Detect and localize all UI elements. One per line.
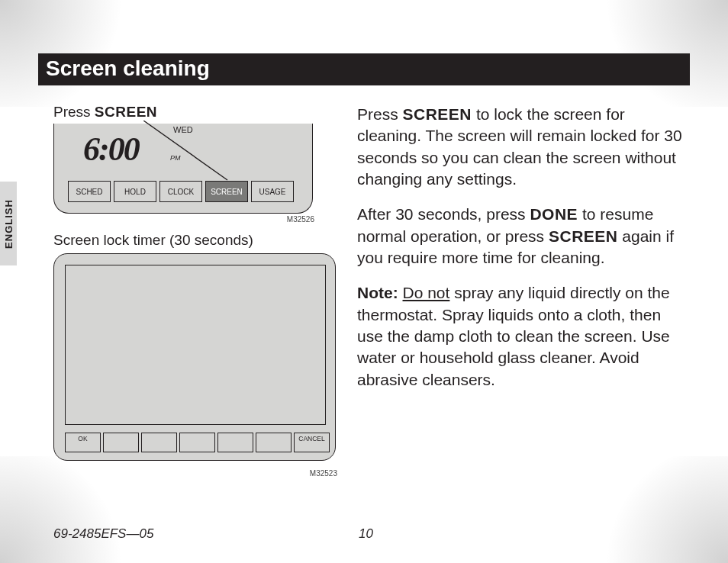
- text-bold: SCREEN: [403, 105, 472, 123]
- figure2-caption: Screen lock timer (30 seconds): [53, 232, 336, 249]
- text-bold: DONE: [530, 205, 578, 223]
- left-column: Press SCREEN WED 6:00 PM SCHED HOLD CLOC…: [38, 104, 336, 467]
- blank-button[interactable]: [179, 433, 215, 452]
- blank-button[interactable]: [141, 433, 177, 452]
- section-header: Screen cleaning: [38, 53, 690, 85]
- clock-day: WED: [173, 125, 193, 134]
- text-bold: SCREEN: [95, 104, 157, 120]
- page-number: 10: [359, 526, 373, 542]
- document-number: 69-2485EFS—05: [53, 526, 153, 542]
- press-screen-instruction: Press SCREEN: [53, 104, 336, 121]
- screen-button[interactable]: SCREEN: [205, 181, 248, 202]
- clock-meridiem: PM: [170, 154, 181, 162]
- thermostat-frame: OK CANCEL: [53, 253, 336, 461]
- figure-thermostat-buttons: WED 6:00 PM SCHED HOLD CLOCK SCREEN USAG…: [53, 124, 313, 223]
- lcd-panel: WED 6:00 PM SCHED HOLD CLOCK SCREEN USAG…: [53, 124, 313, 214]
- text-bold: SCREEN: [549, 227, 618, 245]
- blank-button[interactable]: [103, 433, 139, 452]
- page-footer: 69-2485EFS—05 10: [53, 526, 690, 542]
- note-underline: Do not: [403, 284, 450, 301]
- blank-button[interactable]: [256, 433, 292, 452]
- text: Press: [357, 105, 403, 123]
- figure-code: M32523: [310, 469, 337, 478]
- clock-button[interactable]: CLOCK: [159, 181, 202, 202]
- sched-button[interactable]: SCHED: [68, 181, 111, 202]
- note-label: Note:: [357, 284, 398, 301]
- hold-button[interactable]: HOLD: [114, 181, 156, 202]
- paragraph-3-note: Note: Do not spray any liquid directly o…: [357, 282, 690, 391]
- bottom-button-row: OK CANCEL: [65, 433, 330, 452]
- section-title: Screen cleaning: [46, 56, 210, 80]
- figure-locked-screen: OK CANCEL M32523: [53, 253, 336, 467]
- ok-button[interactable]: OK: [65, 433, 101, 452]
- paragraph-1: Press SCREEN to lock the screen for clea…: [357, 104, 690, 190]
- thermostat-screen-blank: [65, 265, 326, 425]
- clock-time: 6:00: [83, 130, 139, 169]
- paragraph-2: After 30 seconds, press DONE to resume n…: [357, 204, 690, 269]
- figure-code: M32526: [287, 215, 314, 224]
- cancel-button[interactable]: CANCEL: [294, 433, 330, 452]
- text: After 30 seconds, press: [357, 205, 530, 223]
- text: Press: [53, 104, 95, 120]
- usage-button[interactable]: USAGE: [251, 181, 294, 202]
- right-column: Press SCREEN to lock the screen for clea…: [357, 104, 690, 467]
- blank-button[interactable]: [217, 433, 253, 452]
- content-columns: Press SCREEN WED 6:00 PM SCHED HOLD CLOC…: [38, 104, 690, 467]
- thermostat-button-row: SCHED HOLD CLOCK SCREEN USAGE: [68, 181, 294, 202]
- page: Screen cleaning Press SCREEN WED 6:00 PM…: [0, 0, 728, 563]
